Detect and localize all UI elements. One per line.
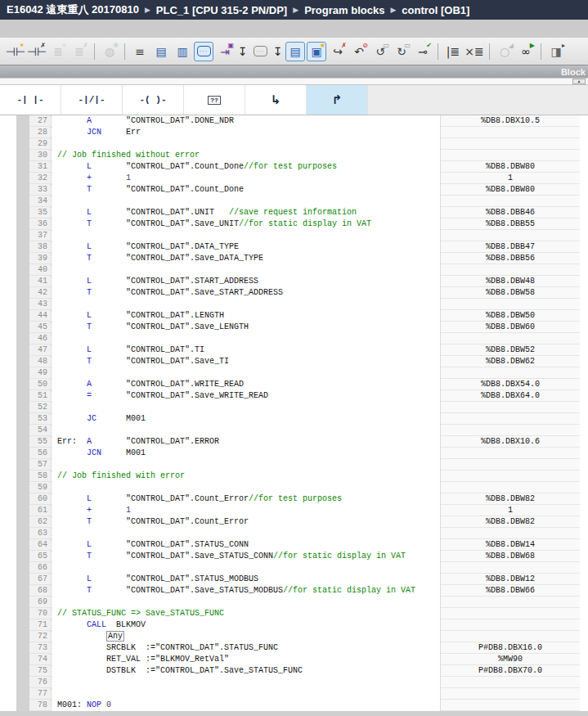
- collapse-statements-icon[interactable]: ×≣: [465, 42, 484, 61]
- stl-editor[interactable]: 27 A "CONTROL_DAT".DONE_NDR%DB8.DBX10.52…: [0, 115, 588, 711]
- breakpoint-gutter[interactable]: [16, 505, 29, 516]
- monitoring-toggle-icon[interactable]: ∞▶: [516, 42, 536, 61]
- code-text[interactable]: L "CONTROL_DAT".UNIT //save request info…: [52, 207, 440, 218]
- breakpoint-gutter[interactable]: [16, 448, 29, 459]
- code-text[interactable]: T "CONTROL_DAT".Save_LENGTH: [52, 322, 440, 333]
- synchronize-blocks-icon[interactable]: ↻▭: [392, 42, 411, 61]
- download-favorites-icon[interactable]: ↧: [236, 42, 249, 61]
- breakpoint-gutter[interactable]: [16, 138, 29, 150]
- breakpoint-gutter[interactable]: [16, 241, 29, 253]
- collapse-networks-icon[interactable]: ▥: [173, 42, 192, 61]
- breakpoint-gutter[interactable]: [16, 127, 29, 138]
- code-text[interactable]: // Job finished without error: [52, 150, 440, 161]
- code-text[interactable]: L "CONTROL_DAT".TI: [52, 344, 440, 356]
- code-text[interactable]: JC M001: [52, 413, 440, 425]
- breakpoint-gutter[interactable]: [16, 299, 29, 310]
- code-text[interactable]: CALL BLKMOV: [52, 619, 440, 631]
- code-text[interactable]: L "CONTROL_DAT".DATA_TYPE: [52, 241, 440, 253]
- code-text[interactable]: L "CONTROL_DAT".STATUS_MODBUS: [52, 574, 440, 585]
- breakpoint-gutter[interactable]: [16, 700, 29, 711]
- code-text[interactable]: [52, 264, 440, 276]
- code-text[interactable]: [52, 482, 440, 493]
- breakpoint-gutter[interactable]: [16, 310, 29, 322]
- call-structure-icon[interactable]: ◨▸: [546, 42, 566, 61]
- breakpoint-gutter[interactable]: [16, 287, 29, 299]
- breakpoint-gutter[interactable]: [16, 230, 29, 241]
- code-text[interactable]: T "CONTROL_DAT".Count_Error: [52, 516, 440, 528]
- download-comments-icon[interactable]: ↧: [272, 42, 284, 61]
- code-text[interactable]: SRCBLK :="CONTROL_DAT".STATUS_FUNC: [52, 642, 440, 654]
- breakpoint-gutter[interactable]: [16, 196, 29, 207]
- breakpoint-gutter[interactable]: [16, 115, 29, 127]
- breadcrumb-item[interactable]: E16042 遠東重八 20170810: [7, 2, 139, 17]
- comment-bubble-icon[interactable]: ···: [250, 42, 270, 61]
- lad-close-branch-button[interactable]: ↱: [307, 85, 368, 115]
- lad-coil-button[interactable]: -( )-: [123, 85, 184, 115]
- expand-statements-icon[interactable]: |≣: [443, 42, 463, 61]
- code-text[interactable]: T "CONTROL_DAT".Save_DATA_TYPE: [52, 253, 440, 264]
- breakpoint-gutter[interactable]: [16, 516, 29, 528]
- network-comments-toggle-icon[interactable]: ···: [194, 42, 213, 61]
- breakpoint-gutter[interactable]: [16, 184, 29, 196]
- breakpoint-gutter[interactable]: [16, 264, 29, 276]
- breadcrumb-item[interactable]: PLC_1 [CPU 315-2 PN/DP]: [156, 4, 287, 16]
- code-text[interactable]: L "CONTROL_DAT".LENGTH: [52, 310, 440, 322]
- absolute-symbolic-operands-icon[interactable]: ≡: [130, 42, 150, 61]
- breakpoint-gutter[interactable]: [16, 631, 29, 642]
- lad-empty-box-button[interactable]: ??: [184, 85, 245, 115]
- code-text[interactable]: [52, 333, 440, 344]
- interface-splitter[interactable]: ▲: [0, 78, 588, 85]
- code-text[interactable]: M001: NOP 0: [52, 700, 440, 711]
- code-text[interactable]: [52, 528, 440, 539]
- breakpoint-gutter[interactable]: [16, 482, 29, 493]
- code-text[interactable]: JCN M001: [52, 448, 440, 459]
- breakpoint-gutter[interactable]: [16, 413, 29, 425]
- breakpoint-gutter[interactable]: [16, 356, 29, 367]
- breakpoint-gutter[interactable]: [16, 367, 29, 379]
- code-text[interactable]: + 1: [52, 505, 440, 516]
- lad-no-contact-button[interactable]: -| |-: [0, 85, 61, 115]
- code-text[interactable]: [52, 299, 440, 310]
- code-text[interactable]: T "CONTROL_DAT".Save_TI: [52, 356, 440, 367]
- breakpoint-gutter[interactable]: [16, 574, 29, 585]
- code-text[interactable]: T "CONTROL_DAT".Count_Done: [52, 184, 440, 196]
- breakpoint-gutter[interactable]: [16, 562, 29, 574]
- lad-open-branch-button[interactable]: ↳: [245, 85, 307, 115]
- breadcrumb-item[interactable]: control [OB1]: [402, 4, 469, 16]
- breakpoint-gutter[interactable]: [16, 688, 29, 700]
- code-text[interactable]: [52, 459, 440, 471]
- code-text[interactable]: T "CONTROL_DAT".Save_START_ADDRESS: [52, 287, 440, 299]
- breakpoint-gutter[interactable]: [16, 608, 29, 619]
- breakpoint-gutter[interactable]: [16, 585, 29, 597]
- breakpoint-gutter[interactable]: [16, 459, 29, 471]
- code-text[interactable]: [52, 597, 440, 608]
- breakpoint-gutter[interactable]: [16, 436, 29, 448]
- code-text[interactable]: [52, 425, 440, 436]
- code-text[interactable]: [52, 562, 440, 574]
- code-text[interactable]: [52, 402, 440, 413]
- code-text[interactable]: A "CONTROL_DAT".DONE_NDR: [52, 115, 440, 127]
- breakpoint-gutter[interactable]: [16, 322, 29, 333]
- any-pointer-field[interactable]: Any: [106, 631, 124, 642]
- delete-network-icon[interactable]: ⊣⊢✗: [27, 42, 47, 61]
- code-text[interactable]: [52, 230, 440, 241]
- breakpoint-gutter[interactable]: [16, 493, 29, 505]
- code-text[interactable]: T "CONTROL_DAT".Save_STATUS_CONN//for st…: [52, 551, 440, 562]
- breakpoint-gutter[interactable]: [16, 471, 29, 482]
- consistency-check-icon[interactable]: ⊸✔: [413, 42, 433, 61]
- breakpoint-gutter[interactable]: [16, 665, 29, 677]
- breakpoint-gutter[interactable]: [16, 425, 29, 436]
- breakpoint-gutter[interactable]: [16, 654, 29, 665]
- code-text[interactable]: // Job finished with error: [52, 471, 440, 482]
- breakpoint-gutter[interactable]: [16, 619, 29, 631]
- code-text[interactable]: L "CONTROL_DAT".Count_Error//for test pu…: [52, 493, 440, 505]
- code-text[interactable]: = "CONTROL_DAT".Save_WRITE_READ: [52, 390, 440, 402]
- breakpoint-gutter[interactable]: [16, 207, 29, 218]
- breakpoint-gutter[interactable]: [16, 390, 29, 402]
- breakpoint-gutter[interactable]: [16, 276, 29, 287]
- lad-nc-contact-button[interactable]: -|/|-: [61, 85, 123, 115]
- goto-previous-fault-icon[interactable]: ↶⊘: [349, 42, 369, 61]
- breadcrumb-item[interactable]: Program blocks: [304, 4, 384, 16]
- code-text[interactable]: Any: [52, 631, 440, 642]
- update-block-calls-icon[interactable]: ↺▭: [370, 42, 390, 61]
